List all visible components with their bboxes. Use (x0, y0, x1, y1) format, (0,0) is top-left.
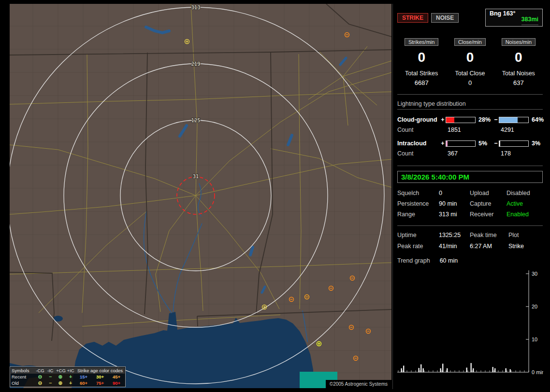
persistence-label: Persistence (397, 200, 439, 207)
ring-label-125: 125 (191, 118, 200, 123)
noise-mode-button[interactable]: NOISE (431, 13, 459, 23)
ring-label-31: 31 (193, 174, 199, 179)
mode-toolbar: STRIKE NOISE Bng 163° 383mi (397, 9, 543, 27)
peak-rate-label: Peak rate (397, 243, 439, 250)
noises-per-min-label: Noises/min (502, 38, 536, 46)
legend-header-neg-ic: -IC (45, 367, 55, 374)
distribution-title: Lightning type distribution (397, 100, 543, 110)
range-value: 313 mi (439, 211, 470, 218)
old-pos-ic-icon: + (66, 380, 75, 386)
cg-positive-bar (446, 117, 476, 123)
recent-neg-cg-icon: ⊖ (35, 374, 45, 380)
legend-header-symbols: Symbols (11, 367, 35, 374)
ic-positive-pct: 5% (476, 140, 493, 147)
legend-header-neg-cg: -CG (35, 367, 45, 374)
legend-row-recent-label: Recent (11, 374, 35, 380)
lightning-distribution-section: Lightning type distribution Cloud-ground… (397, 95, 543, 166)
cg-negative-pct: 64% (529, 116, 545, 123)
cloud-ground-label: Cloud-ground (397, 116, 440, 123)
range-label: Range (397, 211, 439, 218)
plus-sign: + (440, 140, 446, 147)
close-per-min-column: Close/min 0 Total Close 0 (446, 37, 494, 86)
total-close-label: Total Close (446, 70, 494, 77)
legend-header-pos-cg: +CG (55, 367, 66, 374)
uptime-stats-grid: Uptime 1325:25 Peak time Plot Peak rate … (397, 232, 543, 250)
plus-sign: + (440, 116, 446, 123)
recent-pos-ic-icon: + (66, 374, 75, 380)
total-noises-value: 637 (494, 79, 543, 86)
total-noises-label: Total Noises (494, 70, 543, 77)
minus-sign: − (493, 116, 499, 123)
upload-status: Disabled (507, 190, 543, 196)
noises-per-min-value: 0 (494, 50, 543, 65)
legend-header-age-codes: Strike age color codes (75, 367, 125, 374)
ring-label-219: 219 (191, 61, 200, 67)
recent-neg-ic-icon: − (45, 374, 55, 380)
close-per-min-label: Close/min (454, 38, 486, 46)
age-45: 45+ (108, 374, 125, 380)
persistence-value: 90 min (439, 200, 470, 207)
strikes-per-min-column: Strikes/min 0 Total Strikes 6687 (397, 37, 446, 86)
total-close-value: 0 (446, 79, 494, 86)
age-30: 30+ (92, 374, 108, 380)
strikes-per-min-label: Strikes/min (405, 38, 438, 46)
trend-chart-svg: 1020300 min (397, 267, 543, 385)
ic-negative-pct: 3% (529, 140, 545, 147)
ic-negative-count: 178 (493, 150, 544, 157)
peak-rate-value: 41/min (439, 243, 470, 250)
cg-negative-bar (499, 117, 529, 123)
svg-text:20: 20 (532, 304, 537, 309)
close-per-min-value: 0 (446, 50, 494, 65)
ic-positive-bar (446, 140, 476, 147)
bearing-value: Bng 163° (490, 10, 516, 25)
cg-positive-pct: 28% (476, 116, 493, 123)
cloud-ground-count-row: Count 1851 4291 (397, 126, 543, 133)
rate-counters: Strikes/min 0 Total Strikes 6687 Close/m… (397, 27, 543, 95)
minus-sign: − (493, 140, 499, 147)
legend-row-old-label: Old (11, 380, 35, 386)
intracloud-label: Intracloud (397, 140, 440, 147)
trend-graph-label: Trend graph (397, 257, 430, 264)
trend-chart: 1020300 min (397, 267, 543, 387)
noises-per-min-column: Noises/min 0 Total Noises 637 (494, 37, 543, 86)
trend-graph-header: Trend graph 60 min (397, 257, 543, 264)
legend-header-pos-ic: +IC (66, 367, 75, 374)
total-strikes-label: Total Strikes (397, 70, 446, 77)
upload-label: Upload (470, 190, 507, 196)
old-pos-cg-icon: ⊕ (55, 380, 66, 386)
capture-status: Active (507, 200, 543, 207)
intracloud-count-row: Count 367 178 (397, 150, 543, 157)
peak-time-label: Peak time (470, 232, 508, 238)
trend-graph-window: 60 min (440, 257, 458, 264)
age-75: 75+ (92, 380, 108, 386)
svg-text:30: 30 (532, 271, 537, 277)
plot-label: Plot (508, 232, 543, 238)
lightning-map[interactable]: 313 219 125 31 Symbols -CG -IC +CG +IC S… (10, 4, 391, 388)
cloud-ground-row: Cloud-ground + 28% − 64% (397, 116, 543, 123)
bearing-distance: 383mi (521, 10, 538, 25)
ic-positive-count: 367 (440, 150, 493, 157)
svg-text:10: 10 (532, 336, 537, 342)
squelch-label: Squelch (397, 190, 439, 196)
strike-mode-button[interactable]: STRIKE (397, 13, 428, 23)
receiver-status: Enabled (507, 211, 543, 218)
age-15: 15+ (75, 374, 92, 380)
capture-label: Capture (470, 200, 507, 207)
total-strikes-value: 6687 (397, 79, 446, 86)
count-label: Count (397, 126, 440, 133)
recent-pos-cg-icon: ⊕ (55, 374, 66, 380)
receiver-label: Receiver (470, 211, 507, 218)
peak-time-value: 6:27 AM (470, 243, 508, 250)
uptime-value: 1325:25 (439, 232, 470, 238)
cg-negative-count: 4291 (493, 126, 544, 133)
old-neg-cg-icon: ⊖ (35, 380, 45, 386)
count-label: Count (397, 150, 440, 157)
age-90: 90+ (108, 380, 125, 386)
strikes-per-min-value: 0 (397, 50, 446, 65)
svg-text:0 min: 0 min (532, 369, 543, 375)
cg-positive-count: 1851 (440, 126, 493, 133)
app-window: 313 219 125 31 Symbols -CG -IC +CG +IC S… (0, 0, 550, 392)
age-60: 60+ (75, 380, 92, 386)
radar-map-svg: 313 219 125 31 (10, 4, 391, 388)
old-neg-ic-icon: − (45, 380, 55, 386)
